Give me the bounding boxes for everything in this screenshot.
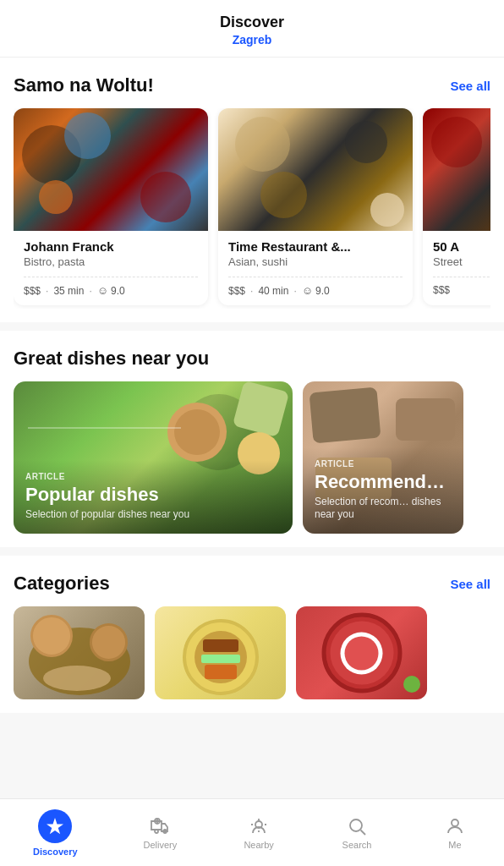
page-title: Discover [14,14,490,31]
nav-item-delivery[interactable]: Delivery [129,809,190,857]
restaurant-image [218,108,413,231]
header: Discover Zagreb [0,0,504,58]
category-card[interactable] [14,606,145,699]
restaurant-cuisine: Street [433,255,490,268]
dishes-list: ARTICLE Popular dishes Selection of popu… [14,381,490,534]
article-card[interactable]: ARTICLE Popular dishes Selection of popu… [14,381,293,534]
dishes-section: Great dishes near you ARTICL [0,331,504,547]
nav-item-search[interactable]: Search [327,809,386,857]
profile-icon [445,816,465,836]
category-card[interactable] [296,606,427,699]
rating-icon: ☺ [97,284,108,297]
restaurant-price: $$$ [228,285,245,297]
categories-see-all[interactable]: See all [450,577,490,591]
categories-header: Categories See all [14,573,490,595]
nav-item-nearby[interactable]: Nearby [229,809,288,857]
article-title: Popular dishes [25,485,281,505]
restaurant-rating: ☺ 9.0 [97,284,125,297]
restaurant-name: Time Restaurant &... [228,239,403,254]
page-location: Zagreb [14,33,490,47]
nav-item-discovery[interactable]: Discovery [19,803,91,863]
restaurants-header: Samo na Woltu! See all [14,74,490,96]
restaurant-meta: $$$ [433,277,490,301]
delivery-icon [150,816,170,836]
nav-label-nearby: Nearby [244,840,273,850]
nav-label-me: Me [448,840,461,850]
dishes-title: Great dishes near you [14,348,209,370]
svg-point-7 [452,819,458,826]
restaurant-price: $$$ [433,284,450,296]
svg-line-6 [361,830,366,835]
restaurants-see-all[interactable]: See all [450,79,490,93]
restaurant-cuisine: Asian, sushi [228,255,403,268]
restaurant-card[interactable]: Time Restaurant &... Asian, sushi $$$ · … [218,108,413,305]
nearby-icon [249,816,269,836]
rating-icon: ☺ [302,284,313,297]
article-title: Recommend… [315,472,452,492]
restaurant-info: 50 A Street $$$ [423,231,490,304]
restaurant-time: 40 min [258,285,288,297]
categories-title: Categories [14,573,110,595]
article-overlay: ARTICLE Popular dishes Selection of popu… [14,460,293,534]
article-label: ARTICLE [315,459,452,469]
article-label: ARTICLE [25,472,281,481]
restaurant-meta: $$$ · 35 min · ☺ 9.0 [24,277,198,302]
article-card[interactable]: ARTICLE Recommend… Selection of recom… d… [303,381,463,534]
restaurant-card[interactable]: 50 A Street $$$ [423,108,490,305]
categories-section: Categories See all [0,556,504,713]
bottom-nav: Discovery Delivery Nearby Search [0,798,504,866]
category-card[interactable] [155,606,286,699]
article-overlay: ARTICLE Recommend… Selection of recom… d… [303,447,463,534]
restaurant-image [423,108,490,231]
restaurant-image [14,108,208,231]
svg-point-5 [350,819,362,831]
restaurant-info: Johann Franck Bistro, pasta $$$ · 35 min… [14,231,208,305]
restaurant-cuisine: Bistro, pasta [24,255,198,268]
nav-label-search: Search [342,840,372,850]
nav-label-delivery: Delivery [143,840,177,850]
dishes-header: Great dishes near you [14,348,490,370]
article-desc: Selection of recom… dishes near you [315,496,452,522]
article-desc: Selection of popular dishes near you [25,508,281,522]
restaurants-title: Samo na Woltu! [14,74,154,96]
discovery-icon [45,816,65,836]
search-icon [347,816,367,836]
restaurant-time: 35 min [53,285,84,297]
categories-list [14,606,490,699]
main-content: Samo na Woltu! See all Johann Franck Bis… [0,58,504,781]
restaurant-meta: $$$ · 40 min · ☺ 9.0 [228,277,403,302]
nav-label-discovery: Discovery [33,847,78,857]
restaurant-price: $$$ [24,285,41,297]
restaurant-rating: ☺ 9.0 [302,284,330,297]
nav-item-me[interactable]: Me [425,809,485,857]
discovery-icon-wrap [38,809,72,843]
restaurant-name: 50 A [433,239,490,254]
restaurants-section: Samo na Woltu! See all Johann Franck Bis… [0,58,504,322]
restaurant-card[interactable]: Johann Franck Bistro, pasta $$$ · 35 min… [14,108,208,305]
restaurants-list: Johann Franck Bistro, pasta $$$ · 35 min… [14,108,490,309]
restaurant-name: Johann Franck [24,239,198,254]
restaurant-info: Time Restaurant &... Asian, sushi $$$ · … [218,231,413,305]
